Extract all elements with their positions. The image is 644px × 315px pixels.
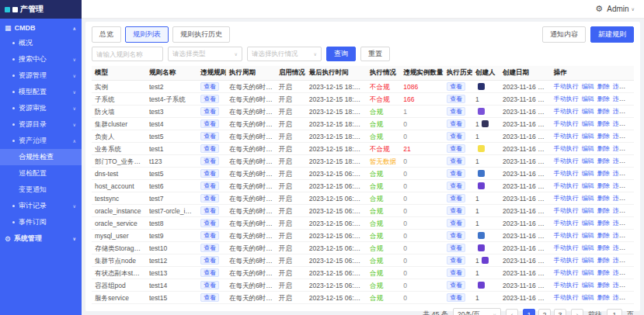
- manual-run-link[interactable]: 手动执行: [554, 170, 579, 177]
- view-rule-button[interactable]: 查看: [200, 194, 219, 202]
- sidebar-item[interactable]: 资产治理∧: [0, 133, 82, 149]
- violations-link[interactable]: 违规实例: [613, 158, 634, 164]
- delete-link[interactable]: 删除: [597, 158, 610, 164]
- delete-link[interactable]: 删除: [597, 232, 610, 239]
- manual-run-link[interactable]: 手动执行: [554, 108, 579, 115]
- view-history-button[interactable]: 查看: [447, 244, 465, 252]
- violations-link[interactable]: 违规实例: [613, 294, 634, 301]
- view-rule-button[interactable]: 查看: [200, 219, 219, 227]
- edit-link[interactable]: 编辑: [582, 182, 594, 189]
- page-number-button[interactable]: 1: [523, 309, 535, 315]
- exec-status-select[interactable]: 请选择执行情况 ∨: [247, 47, 322, 61]
- admin-user-menu[interactable]: Admin ∨: [607, 5, 635, 13]
- violations-link[interactable]: 违规实例: [613, 170, 634, 177]
- edit-link[interactable]: 编辑: [582, 108, 594, 115]
- sidebar-item[interactable]: 审计记录∨: [0, 198, 82, 214]
- violations-link[interactable]: 违规实例: [613, 95, 634, 102]
- edit-link[interactable]: 编辑: [582, 120, 594, 127]
- violations-link[interactable]: 违规实例: [613, 232, 634, 239]
- notify-content-button[interactable]: 通知内容: [542, 26, 586, 43]
- sidebar-item[interactable]: 资源审批∨: [0, 100, 82, 116]
- edit-link[interactable]: 编辑: [582, 257, 594, 264]
- edit-link[interactable]: 编辑: [582, 294, 594, 301]
- delete-link[interactable]: 删除: [597, 257, 610, 264]
- view-history-button[interactable]: 查看: [447, 281, 465, 289]
- view-rule-button[interactable]: 查看: [200, 95, 219, 103]
- sidebar-item[interactable]: 资源管理∨: [0, 68, 82, 84]
- edit-link[interactable]: 编辑: [582, 232, 594, 239]
- tab-rule-list[interactable]: 规则列表: [125, 26, 169, 43]
- sidebar-subitem[interactable]: 合规性检查: [0, 149, 82, 165]
- sidebar-item[interactable]: ⚙系统管理∨: [0, 230, 82, 247]
- view-history-button[interactable]: 查看: [447, 95, 465, 103]
- edit-link[interactable]: 编辑: [582, 195, 594, 202]
- violations-link[interactable]: 违规实例: [613, 282, 634, 289]
- manual-run-link[interactable]: 手动执行: [554, 207, 579, 214]
- view-history-button[interactable]: 查看: [447, 194, 465, 202]
- manual-run-link[interactable]: 手动执行: [554, 232, 579, 239]
- view-history-button[interactable]: 查看: [447, 144, 465, 153]
- sidebar-item[interactable]: 概况: [0, 35, 82, 51]
- sidebar-item[interactable]: 资源目录∨: [0, 116, 82, 133]
- view-rule-button[interactable]: 查看: [200, 119, 219, 128]
- goto-page-input[interactable]: 1: [607, 309, 622, 315]
- sidebar-subitem[interactable]: 变更通知: [0, 182, 82, 198]
- violations-link[interactable]: 违规实例: [613, 257, 634, 264]
- view-rule-button[interactable]: 查看: [200, 268, 219, 277]
- view-rule-button[interactable]: 查看: [200, 293, 219, 302]
- delete-link[interactable]: 删除: [597, 207, 610, 214]
- view-history-button[interactable]: 查看: [447, 182, 465, 190]
- manual-run-link[interactable]: 手动执行: [554, 158, 579, 164]
- manual-run-link[interactable]: 手动执行: [554, 257, 579, 264]
- view-rule-button[interactable]: 查看: [200, 132, 219, 140]
- view-history-button[interactable]: 查看: [447, 169, 465, 178]
- edit-link[interactable]: 编辑: [582, 220, 594, 227]
- delete-link[interactable]: 删除: [597, 282, 610, 289]
- violations-link[interactable]: 违规实例: [613, 120, 634, 127]
- violations-link[interactable]: 违规实例: [613, 133, 634, 140]
- delete-link[interactable]: 删除: [597, 170, 610, 177]
- edit-link[interactable]: 编辑: [582, 244, 594, 251]
- edit-link[interactable]: 编辑: [582, 83, 594, 90]
- delete-link[interactable]: 删除: [597, 120, 610, 127]
- manual-run-link[interactable]: 手动执行: [554, 244, 579, 251]
- violations-link[interactable]: 违规实例: [613, 182, 634, 189]
- manual-run-link[interactable]: 手动执行: [554, 282, 579, 289]
- create-rule-button[interactable]: 新建规则: [590, 26, 634, 43]
- edit-link[interactable]: 编辑: [582, 269, 594, 276]
- view-rule-button[interactable]: 查看: [200, 256, 219, 265]
- prev-page-button[interactable]: ‹: [506, 309, 518, 315]
- reset-button[interactable]: 重置: [360, 47, 390, 61]
- view-rule-button[interactable]: 查看: [200, 231, 219, 240]
- view-history-button[interactable]: 查看: [447, 157, 465, 165]
- manual-run-link[interactable]: 手动执行: [554, 133, 579, 140]
- view-history-button[interactable]: 查看: [447, 132, 465, 140]
- type-select[interactable]: 请选择类型 ∨: [168, 47, 242, 61]
- sidebar-item[interactable]: 模型配置∨: [0, 84, 82, 100]
- view-rule-button[interactable]: 查看: [200, 281, 219, 289]
- manual-run-link[interactable]: 手动执行: [554, 83, 579, 90]
- view-rule-button[interactable]: 查看: [200, 206, 219, 215]
- edit-link[interactable]: 编辑: [582, 95, 594, 102]
- violations-link[interactable]: 违规实例: [613, 244, 634, 251]
- violations-link[interactable]: 违规实例: [613, 83, 634, 90]
- delete-link[interactable]: 删除: [597, 133, 610, 140]
- view-history-button[interactable]: 查看: [447, 119, 465, 128]
- edit-link[interactable]: 编辑: [582, 207, 594, 214]
- violations-link[interactable]: 违规实例: [613, 269, 634, 276]
- manual-run-link[interactable]: 手动执行: [554, 220, 579, 227]
- delete-link[interactable]: 删除: [597, 294, 610, 301]
- sidebar-item[interactable]: 搜索中心∨: [0, 51, 82, 68]
- violations-link[interactable]: 违规实例: [613, 108, 634, 115]
- next-page-button[interactable]: ›: [571, 309, 583, 315]
- page-size-select[interactable]: 20条/页 ∨: [453, 308, 501, 315]
- sidebar-subitem[interactable]: 巡检配置: [0, 165, 82, 182]
- view-history-button[interactable]: 查看: [447, 82, 465, 91]
- tab-overview[interactable]: 总览: [92, 26, 121, 43]
- manual-run-link[interactable]: 手动执行: [554, 145, 579, 152]
- query-button[interactable]: 查询: [326, 47, 356, 61]
- rule-name-input[interactable]: [92, 47, 163, 61]
- violations-link[interactable]: 违规实例: [613, 220, 634, 227]
- manual-run-link[interactable]: 手动执行: [554, 95, 579, 102]
- view-rule-button[interactable]: 查看: [200, 144, 219, 153]
